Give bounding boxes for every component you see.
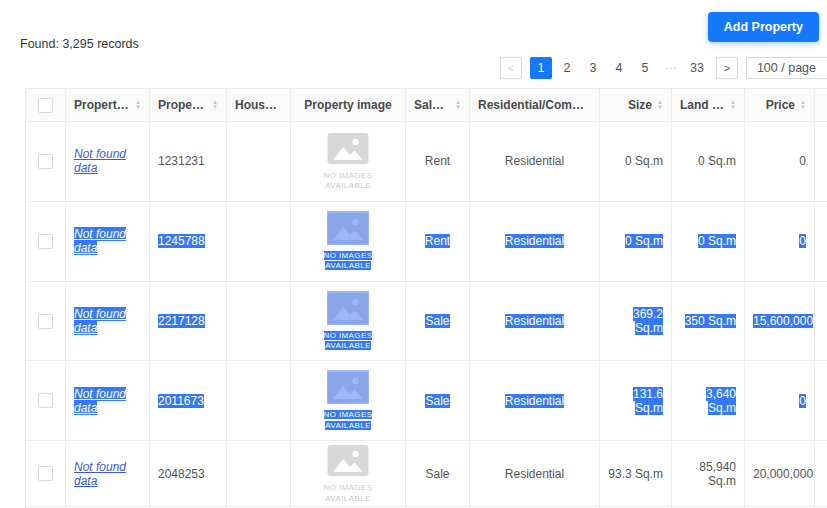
no-image-placeholder: NO IMAGES AVAILABLE — [316, 370, 380, 431]
property-title-link[interactable]: Not found data — [74, 147, 126, 175]
column-header-size[interactable]: Size▲▼ — [600, 89, 672, 122]
cell-value: 15,600,000 — [753, 314, 813, 328]
row-checkbox[interactable] — [38, 154, 53, 169]
property-title-link[interactable]: Not found data — [74, 307, 126, 335]
cell-value: 350 Sq.m — [685, 314, 736, 328]
cell-value: Rent — [425, 234, 450, 248]
cell-property-title: Not found data — [66, 441, 150, 507]
cell-sale_rent: Sale — [406, 441, 470, 507]
cell-house_no — [227, 122, 291, 202]
image-icon — [327, 370, 369, 404]
column-header-land_size[interactable]: Land size▲▼ — [672, 89, 745, 122]
cell-price: 0 — [745, 201, 815, 281]
property-title-link[interactable]: Not found data — [74, 387, 126, 415]
cell-value: Residential — [505, 314, 564, 328]
sort-icon[interactable]: ▲▼ — [135, 100, 141, 110]
image-icon — [327, 131, 369, 165]
column-header-sale_rent[interactable]: Sale/Rent▲▼ — [406, 89, 470, 122]
pagination-page-4[interactable]: 4 — [608, 57, 630, 79]
property-title-link[interactable]: Not found data — [74, 227, 126, 255]
cell-id: 2048253 — [150, 441, 227, 507]
row-checkbox[interactable] — [38, 234, 53, 249]
no-image-placeholder: NO IMAGES AVAILABLE — [316, 443, 380, 504]
cell-price: 15,600,000 — [745, 281, 815, 361]
cell-land_size: 3,640 Sq.m — [672, 361, 745, 441]
select-all-checkbox[interactable] — [38, 98, 53, 113]
cell-value: 0 Sq.m — [625, 234, 663, 248]
pagination-ellipsis: ··· — [660, 57, 682, 79]
pagination-page-3[interactable]: 3 — [582, 57, 604, 79]
cell-price: 0 — [745, 122, 815, 202]
column-header-title[interactable]: Property title▲▼ — [66, 89, 150, 122]
cell-value: 85,940 Sq.m — [699, 460, 736, 488]
add-property-button[interactable]: Add Property — [708, 12, 819, 42]
column-label: Size — [628, 98, 652, 112]
pagination-page-33[interactable]: 33 — [686, 57, 708, 79]
row-checkbox[interactable] — [38, 393, 53, 408]
pagination: < 12345···33 > 100 / page — [500, 57, 827, 79]
cell-value: Sale — [425, 394, 449, 408]
sort-icon[interactable]: ▲▼ — [657, 100, 663, 110]
sort-icon[interactable]: ▲▼ — [455, 100, 461, 110]
pagination-page-2[interactable]: 2 — [556, 57, 578, 79]
cell-value: Rent — [425, 154, 450, 168]
cell-property-title: Not found data — [66, 201, 150, 281]
column-header-id[interactable]: Property ID▲▼ — [150, 89, 227, 122]
cell-extra — [815, 441, 827, 507]
properties-page: Found: 3,295 records Add Property < 1234… — [0, 0, 827, 508]
cell-value: Sale — [425, 467, 449, 481]
column-label: Property image — [304, 98, 391, 112]
cell-value: 93.3 Sq.m — [608, 467, 663, 481]
no-image-text: NO IMAGES AVAILABLE — [316, 251, 380, 272]
column-header-checkbox — [26, 89, 66, 122]
column-header-price[interactable]: Price▲▼ — [745, 89, 815, 122]
cell-checkbox — [26, 441, 66, 507]
table-row: Not found data1245788NO IMAGES AVAILABLE… — [26, 201, 827, 281]
cell-value: 1245788 — [158, 234, 205, 248]
cell-id: 2011673 — [150, 361, 227, 441]
pagination-prev-icon[interactable]: < — [500, 57, 522, 79]
cell-value: 2217128 — [158, 314, 205, 328]
cell-land_size: 350 Sq.m — [672, 281, 745, 361]
image-placeholder-icon — [327, 211, 369, 245]
no-image-text: NO IMAGES AVAILABLE — [316, 331, 380, 352]
cell-property-title: Not found data — [66, 361, 150, 441]
row-checkbox[interactable] — [38, 466, 53, 481]
property-title-link[interactable]: Not found data — [74, 460, 126, 488]
cell-id: 1245788 — [150, 201, 227, 281]
no-image-placeholder: NO IMAGES AVAILABLE — [316, 131, 380, 192]
no-image-text: NO IMAGES AVAILABLE — [316, 483, 380, 504]
cell-property-image: NO IMAGES AVAILABLE — [291, 281, 406, 361]
cell-type: Residential — [470, 281, 600, 361]
pagination-page-5[interactable]: 5 — [634, 57, 656, 79]
pagination-next-icon[interactable]: > — [716, 57, 738, 79]
cell-type: Residential — [470, 441, 600, 507]
row-checkbox[interactable] — [38, 314, 53, 329]
cell-value: 2048253 — [158, 467, 205, 481]
cell-extra — [815, 201, 827, 281]
cell-size: 131.6 Sq.m — [600, 361, 672, 441]
cell-size: 369.2 Sq.m — [600, 281, 672, 361]
column-label: House No... — [235, 98, 282, 112]
no-image-text: NO IMAGES AVAILABLE — [316, 171, 380, 192]
sort-icon[interactable]: ▲▼ — [730, 100, 736, 110]
column-label: Sale/Rent — [414, 98, 450, 112]
cell-value: 20,000,000 — [753, 467, 813, 481]
sort-icon[interactable]: ▲▼ — [800, 100, 806, 110]
sort-icon[interactable]: ▲▼ — [212, 100, 218, 110]
cell-extra — [815, 122, 827, 202]
cell-property-image: NO IMAGES AVAILABLE — [291, 441, 406, 507]
pagination-page-1[interactable]: 1 — [530, 57, 552, 79]
cell-id: 2217128 — [150, 281, 227, 361]
cell-value: Residential — [505, 154, 564, 168]
cell-value: Residential — [505, 467, 564, 481]
column-header-type: Residential/Commercial... — [470, 89, 600, 122]
cell-land_size: 0 Sq.m — [672, 122, 745, 202]
cell-checkbox — [26, 361, 66, 441]
page-size-select[interactable]: 100 / page — [746, 57, 827, 79]
column-label: Residential/Commercial... — [478, 98, 591, 112]
cell-price: 20,000,000 — [745, 441, 815, 507]
cell-value: 0 Sq.m — [625, 154, 663, 168]
properties-table: Property title▲▼Property ID▲▼House No...… — [25, 88, 827, 508]
cell-value: 1231231 — [158, 154, 205, 168]
